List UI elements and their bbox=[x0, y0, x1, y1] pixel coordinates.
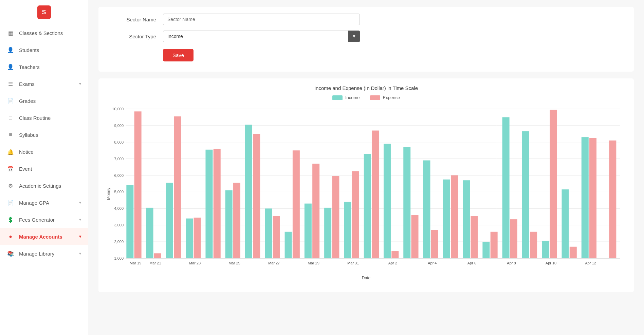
sidebar-item-grades[interactable]: 📄 Grades bbox=[0, 92, 88, 109]
classes-icon: ▦ bbox=[7, 29, 14, 37]
main-content: Sector Name Sector Type Income Expense ▼… bbox=[88, 0, 644, 335]
sidebar-label-academic-settings: Academic Settings bbox=[19, 183, 61, 189]
sidebar-item-teachers[interactable]: 👤 Teachers bbox=[0, 58, 88, 75]
exams-icon: ☰ bbox=[7, 80, 14, 88]
sidebar-label-syllabus: Syllabus bbox=[19, 132, 38, 138]
sector-type-select-wrapper: Income Expense ▼ bbox=[163, 31, 360, 42]
fees-generator-icon: 💲 bbox=[7, 216, 14, 223]
students-icon: 👤 bbox=[7, 46, 14, 54]
sidebar-label-teachers: Teachers bbox=[19, 64, 40, 70]
grades-icon: 📄 bbox=[7, 97, 14, 105]
sector-name-label: Sector Name bbox=[109, 17, 156, 22]
manage-gpa-icon: 📄 bbox=[7, 199, 14, 206]
sidebar-item-manage-gpa[interactable]: 📄 Manage GPA ▾ bbox=[0, 194, 88, 211]
sidebar-label-manage-gpa: Manage GPA bbox=[19, 200, 49, 206]
syllabus-icon: ≡ bbox=[7, 131, 14, 138]
manage-library-icon: 📚 bbox=[7, 250, 14, 257]
chart-legend: Income Expense bbox=[105, 95, 627, 100]
chart-title: Income and Expense (In Dollar) in Time S… bbox=[105, 85, 627, 91]
academic-settings-icon: ⚙ bbox=[7, 182, 14, 189]
event-icon: 📅 bbox=[7, 165, 14, 172]
sidebar-item-classes[interactable]: ▦ Classes & Sections bbox=[0, 24, 88, 41]
form-section: Sector Name Sector Type Income Expense ▼… bbox=[98, 7, 634, 72]
exams-chevron: ▾ bbox=[79, 81, 81, 86]
save-button[interactable]: Save bbox=[163, 49, 194, 61]
sidebar-item-fees-generator[interactable]: 💲 Fees Generator ▾ bbox=[0, 211, 88, 228]
sidebar-label-exams: Exams bbox=[19, 81, 35, 87]
manage-accounts-icon: ● bbox=[7, 233, 14, 240]
sidebar-label-manage-accounts: Manage Accounts bbox=[19, 234, 62, 240]
sidebar-item-students[interactable]: 👤 Students bbox=[0, 41, 88, 58]
chart-container bbox=[105, 106, 627, 282]
sidebar-item-syllabus[interactable]: ≡ Syllabus bbox=[0, 126, 88, 143]
sidebar-item-event[interactable]: 📅 Event bbox=[0, 160, 88, 177]
sidebar-item-class-routine[interactable]: □ Class Routine bbox=[0, 109, 88, 126]
sector-type-label: Sector Type bbox=[109, 34, 156, 39]
expense-legend-box bbox=[370, 95, 380, 100]
sector-name-input[interactable] bbox=[163, 14, 360, 25]
sidebar-item-manage-library[interactable]: 📚 Manage Library ▾ bbox=[0, 245, 88, 262]
fees-generator-chevron: ▾ bbox=[79, 217, 81, 222]
sidebar-label-students: Students bbox=[19, 47, 39, 53]
sidebar-label-fees-generator: Fees Generator bbox=[19, 217, 55, 223]
bar-chart bbox=[105, 106, 627, 282]
manage-accounts-chevron: ▾ bbox=[79, 234, 81, 239]
class-routine-icon: □ bbox=[7, 114, 14, 122]
sidebar-label-classes: Classes & Sections bbox=[19, 30, 63, 36]
sidebar-item-exams[interactable]: ☰ Exams ▾ bbox=[0, 75, 88, 92]
chart-section: Income and Expense (In Dollar) in Time S… bbox=[98, 78, 634, 292]
sidebar-item-manage-accounts[interactable]: ● Manage Accounts ▾ bbox=[0, 228, 88, 245]
sidebar-item-academic-settings[interactable]: ⚙ Academic Settings bbox=[0, 177, 88, 194]
notice-icon: 🔔 bbox=[7, 148, 14, 155]
income-legend-box bbox=[332, 95, 343, 100]
sidebar-item-notice[interactable]: 🔔 Notice bbox=[0, 143, 88, 160]
legend-expense: Expense bbox=[370, 95, 400, 100]
manage-gpa-chevron: ▾ bbox=[79, 200, 81, 205]
sector-name-row: Sector Name bbox=[109, 14, 624, 25]
legend-income: Income bbox=[332, 95, 360, 100]
logo: S bbox=[37, 5, 51, 19]
sidebar: S ▦ Classes & Sections 👤 Students 👤 Teac… bbox=[0, 0, 88, 335]
sidebar-label-notice: Notice bbox=[19, 149, 34, 155]
sidebar-label-manage-library: Manage Library bbox=[19, 251, 54, 257]
expense-legend-label: Expense bbox=[383, 95, 400, 100]
sidebar-label-class-routine: Class Routine bbox=[19, 115, 51, 121]
sector-type-row: Sector Type Income Expense ▼ bbox=[109, 31, 624, 42]
teachers-icon: 👤 bbox=[7, 63, 14, 71]
sidebar-label-grades: Grades bbox=[19, 98, 36, 104]
manage-library-chevron: ▾ bbox=[79, 251, 81, 256]
sector-type-select[interactable]: Income Expense bbox=[163, 31, 360, 42]
income-legend-label: Income bbox=[345, 95, 360, 100]
sidebar-label-event: Event bbox=[19, 166, 32, 172]
